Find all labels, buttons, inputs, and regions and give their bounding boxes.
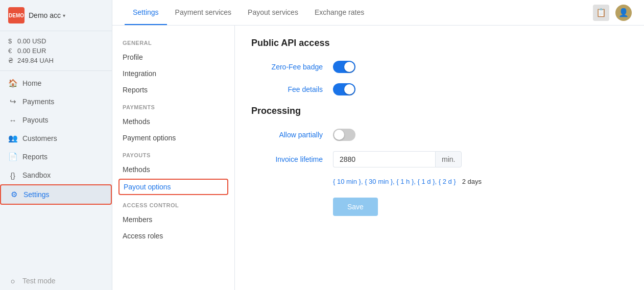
usd-amount: 0.00 USD	[17, 37, 46, 45]
sidebar-item-customers[interactable]: 👥 Customers	[0, 129, 112, 148]
settings-content: Public API access Zero-Fee badge Fee det…	[235, 26, 644, 290]
invoice-lifetime-label: Invoice lifetime	[251, 155, 333, 163]
usd-symbol: $	[8, 37, 14, 45]
settings-sidebar: GENERAL Profile Integration Reports PAYM…	[112, 26, 235, 290]
sidebar-item-settings-label: Settings	[23, 190, 50, 199]
menu-item-payment-options[interactable]: Payment options	[112, 130, 234, 146]
invoice-lifetime-input[interactable]	[333, 151, 435, 167]
settings-icon: ⚙	[9, 190, 18, 199]
fee-details-row: Fee details	[251, 83, 628, 95]
balance-uah: ₴ 249.84 UAH	[8, 56, 104, 65]
test-mode-icon: ○	[8, 276, 17, 285]
invoice-lifetime-row: Invoice lifetime min.	[251, 151, 628, 167]
zero-fee-label: Zero-Fee badge	[251, 63, 333, 71]
allow-partially-toggle-knob	[334, 130, 344, 140]
menu-item-integration[interactable]: Integration	[112, 65, 234, 82]
sidebar-item-home[interactable]: 🏠 Home	[0, 74, 112, 92]
menu-item-payout-options[interactable]: Payout options	[118, 179, 228, 195]
account-name[interactable]: Demo acc ▾	[29, 11, 65, 19]
content-area: GENERAL Profile Integration Reports PAYM…	[112, 26, 644, 290]
public-api-title: Public API access	[251, 38, 628, 49]
days-hint: 2 days	[462, 178, 482, 185]
menu-item-payment-methods[interactable]: Methods	[112, 113, 234, 130]
allow-partially-toggle[interactable]	[333, 129, 355, 141]
sidebar: DEMO Demo acc ▾ $ 0.00 USD € 0.00 EUR ₴ …	[0, 0, 112, 290]
balances-section: $ 0.00 USD € 0.00 EUR ₴ 249.84 UAH	[0, 31, 112, 71]
tab-payment-services[interactable]: Payment services	[167, 1, 240, 25]
tab-payout-services[interactable]: Payout services	[240, 1, 306, 25]
document-icon[interactable]: 📋	[593, 5, 609, 21]
fee-details-label: Fee details	[251, 85, 333, 93]
zero-fee-toggle[interactable]	[333, 61, 355, 73]
account-avatar: DEMO	[8, 7, 25, 23]
menu-item-profile[interactable]: Profile	[112, 49, 234, 65]
uah-symbol: ₴	[8, 57, 14, 64]
invoice-input-group: min.	[333, 151, 462, 167]
menu-item-members[interactable]: Members	[112, 211, 234, 228]
top-bar: Settings Payment services Payout service…	[112, 0, 644, 26]
sidebar-header: DEMO Demo acc ▾	[0, 0, 112, 31]
fee-details-toggle-knob	[344, 84, 354, 94]
main-area: Settings Payment services Payout service…	[112, 0, 644, 290]
uah-amount: 249.84 UAH	[17, 57, 54, 64]
sandbox-icon: {}	[8, 171, 17, 180]
tab-settings[interactable]: Settings	[125, 1, 167, 25]
invoice-unit: min.	[435, 151, 462, 167]
section-title-payouts: PAYOUTS	[112, 146, 234, 161]
balance-usd: $ 0.00 USD	[8, 36, 104, 46]
payouts-icon: ↔	[8, 115, 17, 125]
allow-partially-row: Allow partially	[251, 129, 628, 141]
sidebar-item-sandbox[interactable]: {} Sandbox	[0, 166, 112, 184]
home-icon: 🏠	[8, 79, 17, 88]
user-avatar-icon[interactable]: 👤	[615, 5, 632, 21]
sidebar-item-payouts-label: Payouts	[22, 116, 49, 124]
menu-item-access-roles[interactable]: Access roles	[112, 228, 234, 244]
chevron-down-icon: ▾	[63, 13, 65, 18]
sidebar-item-customers-label: Customers	[22, 134, 57, 142]
top-tabs: Settings Payment services Payout service…	[125, 1, 372, 25]
zero-fee-row: Zero-Fee badge	[251, 61, 628, 73]
account-name-text: Demo acc	[29, 11, 61, 19]
reports-icon: 📄	[8, 152, 17, 161]
sidebar-item-reports[interactable]: 📄 Reports	[0, 148, 112, 166]
balance-eur: € 0.00 EUR	[8, 46, 104, 56]
eur-symbol: €	[8, 47, 14, 55]
processing-section: Processing Allow partially Invoice lifet…	[251, 106, 628, 216]
test-mode-label: Test mode	[22, 277, 56, 285]
save-button[interactable]: Save	[333, 198, 378, 216]
sidebar-item-home-label: Home	[22, 79, 41, 87]
fee-details-toggle[interactable]	[333, 83, 355, 95]
sidebar-item-payments-label: Payments	[22, 98, 54, 106]
sidebar-item-payments[interactable]: ↪ Payments	[0, 92, 112, 111]
top-bar-icons: 📋 👤	[593, 5, 632, 21]
payments-icon: ↪	[8, 97, 17, 106]
quick-links-text[interactable]: { 10 min }, { 30 min }, { 1 h }, { 1 d }…	[333, 178, 456, 185]
tab-exchange-rates[interactable]: Exchange rates	[306, 1, 372, 25]
nav-section: 🏠 Home ↪ Payments ↔ Payouts 👥 Customers …	[0, 71, 112, 208]
sidebar-item-settings[interactable]: ⚙ Settings	[0, 184, 112, 205]
section-title-general: GENERAL	[112, 34, 234, 49]
customers-icon: 👥	[8, 134, 17, 143]
section-title-payments: PAYMENTS	[112, 98, 234, 113]
quick-links: { 10 min }, { 30 min }, { 1 h }, { 1 d }…	[333, 178, 628, 185]
section-title-access-control: ACCESS CONTROL	[112, 196, 234, 211]
allow-partially-label: Allow partially	[251, 131, 333, 139]
sidebar-item-sandbox-label: Sandbox	[22, 171, 51, 179]
eur-amount: 0.00 EUR	[17, 47, 46, 55]
zero-fee-toggle-knob	[344, 62, 354, 72]
menu-item-payout-methods[interactable]: Methods	[112, 161, 234, 178]
sidebar-item-test-mode[interactable]: ○ Test mode	[0, 272, 112, 290]
sidebar-item-reports-label: Reports	[22, 153, 47, 161]
processing-title: Processing	[251, 106, 628, 116]
menu-item-reports[interactable]: Reports	[112, 82, 234, 98]
sidebar-item-payouts[interactable]: ↔ Payouts	[0, 111, 112, 129]
